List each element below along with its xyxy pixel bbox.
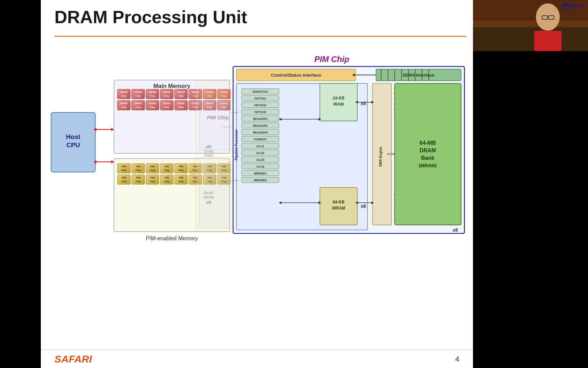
svg-text:Chip: Chip bbox=[121, 169, 127, 172]
svg-marker-176 bbox=[355, 101, 358, 104]
svg-rect-20 bbox=[160, 89, 173, 99]
svg-text:FORMAT: FORMAT bbox=[254, 138, 267, 141]
svg-rect-111 bbox=[199, 90, 308, 99]
svg-rect-26 bbox=[189, 89, 202, 99]
svg-text:DRAM: DRAM bbox=[135, 91, 142, 93]
svg-text:PIM-enabled Memory: PIM-enabled Memory bbox=[146, 235, 198, 241]
svg-marker-7 bbox=[111, 160, 114, 164]
eth-logo-text: ETHzürich bbox=[563, 3, 585, 8]
svg-text:FETCH3: FETCH3 bbox=[254, 110, 266, 114]
svg-text:Chip: Chip bbox=[193, 95, 198, 97]
svg-rect-155 bbox=[242, 177, 279, 183]
svg-text:PIM: PIM bbox=[208, 165, 212, 168]
svg-text:Chip: Chip bbox=[178, 95, 184, 97]
svg-rect-32 bbox=[217, 89, 230, 99]
svg-text:DRAM: DRAM bbox=[135, 102, 142, 105]
svg-text:x8: x8 bbox=[361, 203, 366, 209]
svg-text:Chip: Chip bbox=[164, 169, 169, 172]
slide: DRAM Processing Unit Host CPU Main Memor… bbox=[41, 0, 473, 368]
eth-logo: ETHzürich bbox=[563, 3, 585, 8]
svg-text:Chip: Chip bbox=[135, 95, 141, 97]
svg-text:64-KB: 64-KB bbox=[333, 200, 345, 204]
svg-text:FETCH1: FETCH1 bbox=[254, 97, 266, 100]
svg-text:PIM: PIM bbox=[222, 165, 226, 168]
svg-rect-17 bbox=[146, 89, 159, 99]
svg-text:Chip: Chip bbox=[135, 169, 141, 172]
svg-rect-47 bbox=[175, 101, 187, 110]
svg-rect-147 bbox=[242, 150, 279, 155]
svg-marker-179 bbox=[355, 201, 358, 204]
svg-rect-151 bbox=[242, 164, 279, 169]
svg-rect-149 bbox=[242, 157, 279, 162]
svg-rect-127 bbox=[236, 83, 368, 230]
svg-rect-164 bbox=[320, 187, 357, 225]
svg-marker-217 bbox=[236, 179, 239, 182]
svg-marker-161 bbox=[318, 118, 321, 121]
svg-text:Control/Status Interface: Control/Status Interface bbox=[271, 73, 321, 78]
svg-text:PIM: PIM bbox=[122, 177, 126, 179]
svg-text:Chip: Chip bbox=[121, 180, 127, 183]
svg-rect-38 bbox=[132, 101, 145, 110]
svg-rect-99 bbox=[189, 175, 202, 184]
svg-text:Chip: Chip bbox=[221, 106, 227, 109]
svg-text:MERGE1: MERGE1 bbox=[254, 172, 267, 175]
slide-title: DRAM Processing Unit bbox=[54, 7, 247, 27]
svg-marker-168 bbox=[318, 201, 321, 204]
svg-text:Chip: Chip bbox=[121, 95, 127, 97]
svg-text:x8: x8 bbox=[361, 101, 366, 106]
svg-text:DRAM: DRAM bbox=[149, 91, 156, 93]
svg-marker-162 bbox=[279, 118, 281, 121]
svg-rect-145 bbox=[242, 143, 279, 149]
svg-marker-5 bbox=[94, 128, 96, 131]
svg-rect-157 bbox=[320, 83, 357, 121]
svg-text:Pipeline Processor: Pipeline Processor bbox=[234, 129, 238, 160]
svg-rect-113 bbox=[199, 101, 267, 150]
svg-text:Chip: Chip bbox=[207, 106, 212, 109]
svg-text:PIM: PIM bbox=[136, 177, 141, 179]
svg-rect-9 bbox=[114, 80, 230, 153]
svg-marker-124 bbox=[377, 73, 379, 77]
svg-text:PIM: PIM bbox=[193, 165, 198, 168]
svg-text:Chip: Chip bbox=[221, 95, 227, 97]
svg-text:PIM: PIM bbox=[122, 165, 126, 168]
svg-text:DRAM: DRAM bbox=[206, 91, 213, 93]
svg-text:Chip: Chip bbox=[207, 180, 212, 183]
svg-rect-84 bbox=[117, 175, 130, 184]
svg-rect-23 bbox=[175, 89, 187, 99]
svg-text:DRAM: DRAM bbox=[192, 91, 199, 93]
svg-text:PIM: PIM bbox=[150, 177, 155, 179]
svg-rect-139 bbox=[242, 123, 279, 128]
svg-text:Chip: Chip bbox=[193, 180, 198, 183]
svg-text:24-KB: 24-KB bbox=[204, 150, 213, 153]
svg-rect-109 bbox=[196, 80, 311, 153]
svg-text:DRAM: DRAM bbox=[120, 102, 128, 105]
svg-text:xM: xM bbox=[206, 144, 212, 149]
svg-text:ALU2: ALU2 bbox=[256, 151, 264, 155]
svg-text:READOP3: READOP3 bbox=[253, 131, 268, 134]
svg-text:Chip: Chip bbox=[193, 106, 198, 109]
svg-text:READOP1: READOP1 bbox=[253, 117, 268, 121]
svg-rect-141 bbox=[242, 129, 279, 135]
svg-text:DMA Engine: DMA Engine bbox=[379, 147, 382, 167]
svg-text:DRAM: DRAM bbox=[420, 148, 436, 153]
svg-text:PIM: PIM bbox=[179, 165, 183, 168]
svg-text:DRAM: DRAM bbox=[149, 102, 156, 105]
left-bar bbox=[0, 0, 41, 368]
svg-text:CPU: CPU bbox=[66, 141, 80, 149]
svg-text:FETCH2: FETCH2 bbox=[254, 104, 266, 107]
svg-text:Chip: Chip bbox=[178, 169, 184, 172]
svg-text:PIM Chip: PIM Chip bbox=[314, 55, 349, 64]
svg-text:DRAM: DRAM bbox=[178, 102, 185, 105]
safari-logo: SAFARI bbox=[54, 353, 92, 365]
svg-rect-115 bbox=[196, 157, 311, 232]
svg-rect-59 bbox=[114, 158, 230, 232]
svg-rect-87 bbox=[132, 175, 145, 184]
svg-rect-11 bbox=[117, 89, 130, 99]
svg-text:Chip: Chip bbox=[178, 180, 184, 183]
svg-text:PIM: PIM bbox=[193, 177, 198, 179]
svg-text:DRAM: DRAM bbox=[163, 91, 170, 93]
svg-text:xN: xN bbox=[206, 200, 211, 205]
svg-text:PIM: PIM bbox=[165, 165, 169, 168]
svg-text:Chip: Chip bbox=[207, 95, 212, 97]
svg-rect-171 bbox=[373, 83, 391, 225]
